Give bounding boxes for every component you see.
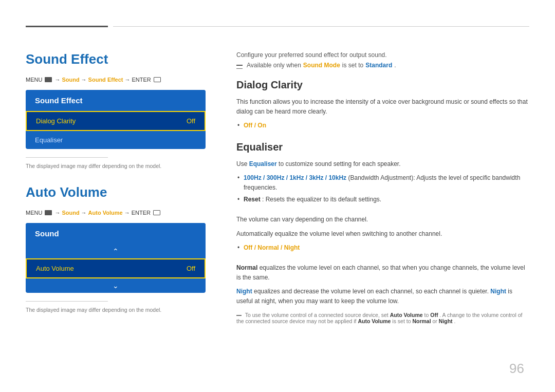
divider-2: [26, 301, 108, 302]
auto-vol-ref1: Auto Volume: [390, 312, 423, 318]
night-desc: Night equalizes and decrease the volume …: [236, 287, 529, 306]
auto-vol-desc2: Automatically equalize the volume level …: [236, 229, 529, 239]
menu-label: MENU: [26, 77, 42, 83]
sound-box-title: Sound: [26, 223, 206, 244]
normal-bold-label: Normal: [236, 264, 257, 271]
off-on-label: Off / On: [244, 122, 266, 129]
sound-effect-title: Sound Effect: [26, 51, 206, 67]
auto-volume-value: Off: [187, 265, 195, 272]
reset-label: Reset: [244, 196, 261, 203]
top-line-accent: [26, 26, 108, 27]
night-ref: Night: [439, 318, 453, 324]
path-sound-2: Sound: [62, 210, 79, 216]
equaliser-desc: Use Equaliser to customize sound setting…: [236, 159, 529, 169]
dialog-clarity-value: Off: [187, 117, 195, 125]
equaliser-bullet-1: 100Hz / 300Hz / 1kHz / 3kHz / 10kHz (Ban…: [236, 173, 529, 193]
right-panel: Configure your preferred sound effect fo…: [221, 15, 529, 377]
menu-icon: [45, 77, 52, 82]
menu-icon-2: [45, 210, 52, 215]
equaliser-link: Equaliser: [249, 160, 277, 167]
equaliser-subtitle: Equaliser: [236, 141, 529, 153]
equaliser-bullets: 100Hz / 300Hz / 1kHz / 3kHz / 10kHz (Ban…: [236, 173, 529, 205]
equaliser-item[interactable]: Equaliser: [26, 131, 206, 149]
sound-mode-label: Sound Mode: [303, 62, 340, 69]
menu-path-auto-volume: MENU → Sound → Auto Volume → ENTER: [26, 210, 206, 216]
top-line-main: [113, 26, 529, 27]
section1-note: The displayed image may differ depending…: [26, 163, 206, 169]
normal-desc: Normal equalizes the volume level on eac…: [236, 263, 529, 283]
dialog-clarity-bullets: Off / On: [236, 121, 529, 130]
dialog-clarity-subtitle: Dialog Clarity: [236, 79, 529, 91]
path-sound-effect: Sound Effect: [88, 77, 123, 83]
chevron-down: ⌄: [26, 278, 206, 293]
normal-ref: Normal: [412, 318, 431, 324]
menu-path-sound-effect: MENU → Sound → Sound Effect → ENTER: [26, 77, 206, 83]
avail-text2: is set to: [342, 62, 363, 69]
auto-volume-right: The volume can vary depending on the cha…: [236, 215, 529, 324]
avail-note: — Available only when Sound Mode is set …: [236, 62, 529, 69]
avail-text1: Available only when: [247, 62, 301, 69]
auto-volume-item[interactable]: Auto Volume Off: [26, 258, 206, 278]
standard-label: Standard: [365, 62, 392, 69]
freq-labels: 100Hz / 300Hz / 1kHz / 3kHz / 10kHz: [244, 174, 346, 181]
auto-vol-footnote: To use the volume control of a connected…: [236, 312, 529, 324]
dialog-clarity-desc: This function allows you to increase the…: [236, 97, 529, 117]
night-bold-label-2: Night: [490, 288, 506, 295]
night-bold-label: Night: [236, 288, 252, 295]
sound-effect-menu-box: Sound Effect Dialog Clarity Off Equalise…: [26, 90, 206, 149]
auto-vol-bullet-1: Off / Normal / Night: [236, 243, 529, 253]
auto-volume-label: Auto Volume: [36, 265, 74, 272]
divider-1: [26, 157, 108, 158]
dialog-clarity-bullet-1: Off / On: [236, 121, 529, 130]
path-sound: Sound: [62, 77, 79, 83]
equaliser-label: Equaliser: [35, 136, 63, 144]
left-panel: Sound Effect MENU → Sound → Sound Effect…: [26, 15, 221, 377]
menu-label-2: MENU: [26, 210, 42, 216]
path-auto-volume: Auto Volume: [88, 210, 123, 216]
off-normal-night: Off / Normal / Night: [244, 244, 300, 251]
section2-note: The displayed image may differ depending…: [26, 307, 206, 313]
config-note: Configure your preferred sound effect fo…: [236, 51, 529, 59]
off-ref: Off: [430, 312, 438, 318]
sound-effect-box-title: Sound Effect: [26, 90, 206, 111]
enter-icon: [154, 77, 161, 82]
page-number: 96: [509, 361, 524, 377]
equaliser-bullet-2: Reset : Resets the equalizer to its defa…: [236, 195, 529, 204]
enter-icon-2: [153, 210, 160, 215]
dialog-clarity-label: Dialog Clarity: [36, 117, 76, 125]
avail-dash: —: [236, 65, 243, 66]
top-lines: [26, 26, 529, 27]
auto-volume-title: Auto Volume: [26, 184, 206, 200]
footnote-dash: [236, 315, 242, 316]
auto-vol-desc1: The volume can vary depending on the cha…: [236, 215, 529, 225]
auto-vol-ref2: Auto Volume: [358, 318, 391, 324]
dialog-clarity-item[interactable]: Dialog Clarity Off: [26, 111, 206, 131]
auto-vol-bullets: Off / Normal / Night: [236, 243, 529, 253]
chevron-up: ⌃: [26, 244, 206, 258]
sound-menu-box: Sound ⌃ Auto Volume Off ⌄: [26, 223, 206, 293]
